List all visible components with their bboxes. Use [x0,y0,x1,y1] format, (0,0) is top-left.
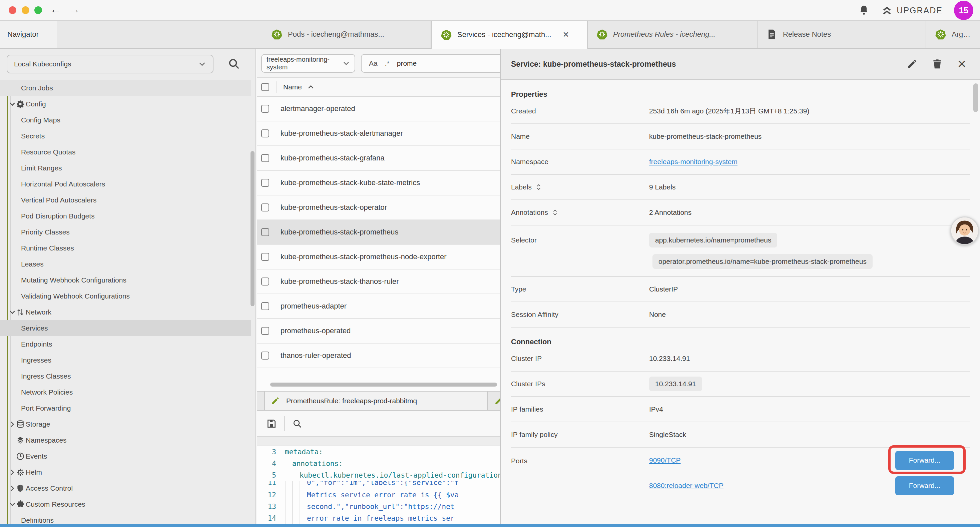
row-checkbox[interactable] [261,105,269,113]
edit-pencil-icon[interactable] [907,59,917,69]
zoom-window-button[interactable] [34,6,42,14]
sidebar-item-cron-jobs[interactable]: Cron Jobs [0,80,256,96]
sidebar-item-priority-classes[interactable]: Priority Classes [0,224,256,240]
upgrade-button[interactable]: UPGRADE [881,5,943,16]
sidebar-item-secrets[interactable]: Secrets [0,128,256,144]
table-row-prometheus-adapter[interactable]: prometheus-adapter [257,294,500,319]
table-row-kube-prometheus-stack-thanos-ruler[interactable]: kube-prometheus-stack-thanos-ruler [257,269,500,294]
port-link[interactable]: 8080:reloader-web/TCP [649,482,724,490]
close-window-button[interactable] [9,6,16,14]
sort-ascending-icon[interactable] [307,83,315,91]
user-avatar[interactable] [950,217,979,245]
table-row-kube-prometheus-stack-alertmanager[interactable]: kube-prometheus-stack-alertmanager [257,121,500,146]
row-checkbox[interactable] [261,327,269,335]
minimize-window-button[interactable] [22,6,29,14]
expand-sorter-icon[interactable] [536,184,541,191]
sidebar-item-vertical-pod-autoscalers[interactable]: Vertical Pod Autoscalers [0,192,256,208]
sidebar-item-ingresses[interactable]: Ingresses [0,352,256,368]
notifications-bell-icon[interactable] [858,4,870,16]
yaml-url-link[interactable]: https://net [408,503,454,511]
row-checkbox[interactable] [261,302,269,310]
row-checkbox[interactable] [261,154,269,162]
row-checkbox[interactable] [261,352,269,360]
chevron-down-icon[interactable] [9,100,16,108]
detail-row-label: Namespace [511,158,649,166]
horizontal-scrollbar-thumb[interactable] [270,382,497,387]
sidebar-item-network[interactable]: Network [0,304,256,320]
row-checkbox[interactable] [261,277,269,285]
back-button[interactable]: ← [50,3,61,16]
save-icon[interactable] [266,418,277,429]
chevron-right-icon[interactable] [9,420,16,428]
sidebar-item-runtime-classes[interactable]: Runtime Classes [0,240,256,256]
sidebar-item-network-policies[interactable]: Network Policies [0,384,256,400]
sidebar-item-events[interactable]: Events [0,448,256,464]
kubeconfig-selector[interactable]: Local Kubeconfigs [7,55,213,73]
search-icon[interactable] [228,57,240,70]
sidebar-item-ingress-classes[interactable]: Ingress Classes [0,368,256,384]
expand-sorter-icon[interactable] [553,209,557,216]
sidebar-item-resource-quotas[interactable]: Resource Quotas [0,144,256,160]
table-row-kube-prometheus-stack-prometheus-node-exporter[interactable]: kube-prometheus-stack-prometheus-node-ex… [257,245,500,269]
row-checkbox[interactable] [261,253,269,261]
sidebar-item-access-control[interactable]: Access Control [0,480,256,496]
tab-release-notes[interactable]: Release Notes [757,21,926,48]
sidebar-item-storage[interactable]: Storage [0,416,256,432]
chevron-down-icon[interactable] [9,501,16,508]
regex-toggle[interactable]: .* [385,59,390,67]
namespace-selector[interactable]: freeleaps-monitoring-system [261,54,355,73]
sidebar-item-label: Limit Ranges [21,164,62,172]
delete-trash-icon[interactable] [932,59,943,69]
row-checkbox[interactable] [261,129,269,137]
notification-count-badge[interactable]: 15 [954,1,973,20]
table-row-kube-prometheus-stack-prometheus[interactable]: kube-prometheus-stack-prometheus [257,220,500,245]
prometheusrule-editor-tab[interactable]: PrometheusRule: freeleaps-prod-rabbitmq [264,392,488,410]
port-link[interactable]: 9090/TCP [649,456,681,464]
tab-services-icecheng-math-[interactable]: Services - icecheng@math... ✕ [431,21,588,49]
sidebar-item-leases[interactable]: Leases [0,256,256,272]
sidebar-item-config-maps[interactable]: Config Maps [0,112,256,128]
table-row-alertmanager-operated[interactable]: alertmanager-operated [257,97,500,121]
sidebar-item-mutating-webhook-configurations[interactable]: Mutating Webhook Configurations [0,272,256,288]
chevron-down-icon[interactable] [9,309,16,316]
sidebar-item-pod-disruption-budgets[interactable]: Pod Disruption Budgets [0,208,256,224]
tab-prometheus-rules-icecheng-[interactable]: Prometheus Rules - icecheng... [588,21,757,48]
namespace-link[interactable]: freeleaps-monitoring-system [649,158,738,166]
sidebar-item-helm[interactable]: Helm [0,464,256,480]
table-row-kube-prometheus-stack-grafana[interactable]: kube-prometheus-stack-grafana [257,146,500,171]
sidebar-item-limit-ranges[interactable]: Limit Ranges [0,160,256,176]
chevron-right-icon[interactable] [9,469,16,476]
search-icon[interactable] [292,419,302,428]
close-icon[interactable]: ✕ [957,57,967,71]
sidebar-item-horizontal-pod-autoscalers[interactable]: Horizontal Pod Autoscalers [0,176,256,192]
sidebar-item-config[interactable]: Config [0,96,256,112]
sidebar-item-validating-webhook-configurations[interactable]: Validating Webhook Configurations [0,288,256,304]
service-search-input[interactable]: Aa .* prome [361,54,500,73]
indent-guide [299,481,300,527]
table-row-thanos-ruler-operated[interactable]: thanos-ruler-operated [257,344,500,368]
yaml-editor[interactable]: 3metadata:4annotations:5kubectl.kubernet… [257,446,500,527]
navigator-panel-tab[interactable]: Navigator [0,21,57,48]
close-tab-icon[interactable]: ✕ [563,30,570,39]
table-row-kube-prometheus-stack-kube-state-metrics[interactable]: kube-prometheus-stack-kube-state-metrics [257,171,500,196]
forward-button[interactable]: → [69,3,80,16]
select-all-checkbox[interactable] [261,83,269,91]
sidebar-scrollbar-thumb[interactable] [250,151,255,306]
table-row-kube-prometheus-stack-operator[interactable]: kube-prometheus-stack-operator [257,196,500,220]
second-editor-tab[interactable] [488,392,500,410]
sidebar-item-port-forwarding[interactable]: Port Forwarding [0,400,256,416]
table-row-prometheus-operated[interactable]: prometheus-operated [257,319,500,344]
forward-button[interactable]: Forward... [895,476,954,495]
row-checkbox[interactable] [261,179,269,187]
row-checkbox[interactable] [261,204,269,212]
sidebar-item-custom-resources[interactable]: Custom Resources [0,496,256,512]
sidebar-item-services[interactable]: Services [0,320,256,336]
tab-argo-se[interactable]: Argo Se [926,21,980,48]
sidebar-item-endpoints[interactable]: Endpoints [0,336,256,352]
chevron-right-icon[interactable] [9,485,16,492]
name-column-header[interactable]: Name [283,83,302,91]
match-case-toggle[interactable]: Aa [369,59,378,67]
row-checkbox[interactable] [261,228,269,236]
sidebar-item-namespaces[interactable]: Namespaces [0,432,256,448]
tab-pods-icecheng-mathmas-[interactable]: Pods - icecheng@mathmas... [262,21,431,48]
